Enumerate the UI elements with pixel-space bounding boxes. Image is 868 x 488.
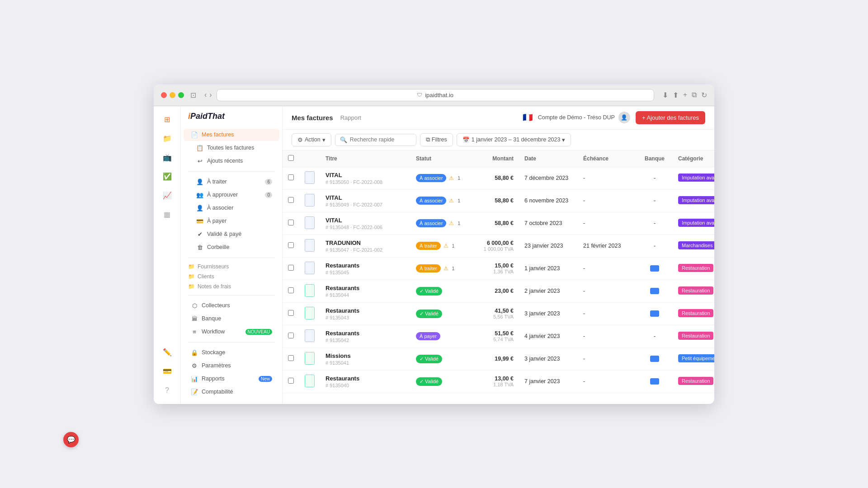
status-badge[interactable]: À associer [416,174,446,182]
sidebar-icon-folder[interactable]: 📁 [159,131,175,147]
sidebar-icon-help[interactable]: ? [159,382,175,399]
nav-group-notes-frais[interactable]: 📁 Notes de frais [181,282,282,291]
table-row[interactable]: Missions # 9135041 ✓ Validé 19,99 € 3 ja… [283,347,714,370]
status-badge[interactable]: ✓ Validé [416,355,442,363]
table-row[interactable]: Restaurants # 9135043 ✓ Validé 41,50 € 5… [283,302,714,325]
row-checkbox[interactable] [288,174,294,180]
download-icon[interactable]: ⬇ [662,91,668,99]
nav-item-parametres[interactable]: ⚙ Paramètres [184,360,279,372]
sidebar-icon-card[interactable]: 💳 [159,363,175,380]
new-tab-icon[interactable]: + [683,91,687,99]
status-badge[interactable]: À associer [416,219,446,227]
status-badge[interactable]: ✓ Validé [416,287,442,296]
sidebar-icon-pen[interactable]: ✏️ [159,344,175,361]
invoices-table: Titre Statut Montant Date Échéance Banqu… [283,150,714,393]
table-row[interactable]: VITAL # 9135048 · FC-2022-006 À associer… [283,212,714,235]
row-checkbox[interactable] [288,355,294,361]
status-badge[interactable]: ✓ Validé [416,377,442,386]
warning-icon: ⚠ [448,175,455,181]
table-row[interactable]: Restaurants # 9135045 À traiter ⚠1 15,00… [283,257,714,280]
status-badge[interactable]: À traiter [416,264,441,272]
user-avatar[interactable]: 👤 [618,112,630,123]
maximize-button[interactable] [178,92,184,98]
invoice-date-cell: 2 janvier 2023 [519,280,578,302]
row-checkbox[interactable] [288,220,294,225]
left-icon-sidebar: ⊞ 📁 📺 ✅ 📈 ▦ ✏️ 💳 ? [154,106,181,404]
nav-item-comptabilite[interactable]: 📝 Comptabilité [184,386,279,398]
nav-item-a-traiter[interactable]: 👤 À traiter 6 [184,176,279,188]
nav-item-workflow[interactable]: ≡ Workflow NOUVEAU [184,326,279,338]
echeance-empty: - [583,310,585,317]
close-button[interactable] [161,92,167,98]
status-badge[interactable]: À payer [416,332,440,340]
nav-item-collecteurs[interactable]: ⬡ Collecteurs [184,300,279,312]
invoice-category-cell: Restauration [673,325,714,347]
share-icon[interactable]: ⬆ [673,91,679,99]
amount-main: 58,80 € [475,197,514,204]
page-title[interactable]: Mes factures [292,114,333,122]
select-all-checkbox[interactable] [288,155,294,161]
address-bar[interactable]: 🛡 ipaidthat.io [217,89,654,101]
nav-item-a-payer[interactable]: 💳 À payer [184,215,279,227]
search-input[interactable] [350,136,411,143]
sidebar-icon-tv[interactable]: 📺 [159,150,175,166]
row-checkbox[interactable] [288,242,294,248]
invoice-echeance-cell: - [578,212,637,235]
status-group: ✓ Validé [416,355,464,363]
nav-group-clients[interactable]: 📁 Clients [181,272,282,282]
nav-item-valide-paye[interactable]: ✔ Validé & payé [184,228,279,240]
row-checkbox[interactable] [288,333,294,338]
sidebar-icon-check[interactable]: ✅ [159,169,175,185]
table-row[interactable]: Restaurants # 9135042 À payer 51,50 € 5,… [283,325,714,347]
table-row[interactable]: VITAL # 9135050 · FC-2022-008 À associer… [283,167,714,189]
nav-item-ajouts-recents[interactable]: ↩ Ajouts récents [184,155,279,167]
invoice-echeance-cell: - [578,167,637,189]
nav-item-mes-factures[interactable]: 📄 Mes factures [184,129,279,141]
nav-item-rapports[interactable]: 📊 Rapports New [184,373,279,385]
back-icon[interactable]: ‹ [204,91,207,99]
nav-item-banque[interactable]: 🏛 Banque [184,313,279,325]
row-checkbox[interactable] [288,265,294,271]
date-range-button[interactable]: 📅 1 janvier 2023 – 31 décembre 2023 ▾ [457,133,571,146]
security-icon: 🛡 [417,92,422,98]
row-checkbox[interactable] [288,310,294,316]
nav-item-corbeille[interactable]: 🗑 Corbeille [184,241,279,253]
nav-item-stockage[interactable]: 🔒 Stockage [184,347,279,359]
row-checkbox[interactable] [288,378,294,384]
folder-fournisseurs-icon: 📁 [188,263,195,270]
reload-icon[interactable]: ↻ [701,91,707,99]
rapport-tab[interactable]: Rapport [340,114,361,121]
forward-icon[interactable]: › [209,91,212,99]
filter-button[interactable]: ⧉ Filtres [420,133,453,146]
row-checkbox[interactable] [288,197,294,203]
sidebar-icon-dashboard[interactable]: ⊞ [159,112,175,128]
invoice-title-cell: Restaurants # 9135042 [320,325,410,347]
sidebar-icon-table[interactable]: ▦ [159,206,175,223]
table-row[interactable]: VITAL # 9135049 · FC-2022-007 À associer… [283,189,714,212]
table-row[interactable]: TRADUNION # 9135047 · FC-2021-002 À trai… [283,235,714,257]
minimize-button[interactable] [170,92,175,98]
status-badge[interactable]: À associer [416,197,446,205]
nav-item-a-approuver[interactable]: 👥 À approuver 0 [184,189,279,201]
nav-item-a-associer[interactable]: 👤 À associer [184,202,279,214]
banque-nav-icon: 🏛 [191,315,198,322]
invoice-banque-cell: - [637,167,673,189]
search-box[interactable]: 🔍 [335,134,416,146]
amount-main: 51,50 € [475,330,514,337]
action-button[interactable]: ⚙ Action ▾ [292,133,331,146]
sidebar-toggle-icon[interactable]: ⊡ [190,91,196,99]
banque-dash: - [654,197,656,204]
add-factures-button[interactable]: + Ajouter des factures [636,111,705,124]
table-row[interactable]: Restaurants # 9135044 ✓ Validé 23,00 € 2… [283,280,714,302]
status-badge[interactable]: À traiter [416,242,441,250]
tabs-icon[interactable]: ⧉ [692,91,697,99]
table-row[interactable]: Restaurants # 9135040 ✓ Validé 13,00 € 1… [283,370,714,393]
row-checkbox[interactable] [288,287,294,293]
calendar-icon: 📅 [462,136,470,143]
amount-main: 58,80 € [475,220,514,226]
nav-item-toutes-factures[interactable]: 📋 Toutes les factures [184,142,279,154]
sidebar-icon-chart[interactable]: 📈 [159,188,175,204]
status-badge[interactable]: ✓ Validé [416,310,442,318]
chat-button[interactable]: 💬 [63,432,79,447]
nav-group-fournisseurs[interactable]: 📁 Fournisseurs [181,262,282,272]
